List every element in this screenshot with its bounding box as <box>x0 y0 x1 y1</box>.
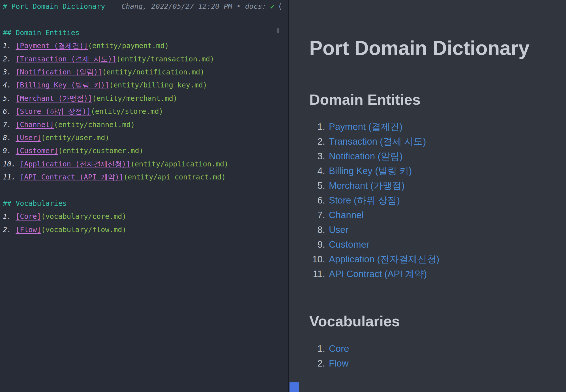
markdown-editor-pane[interactable]: # Port Domain DictionaryChang, 2022/05/2… <box>0 0 289 392</box>
entity-link[interactable]: Transaction (결제 시도) <box>329 134 426 149</box>
markdown-url: (entity/channel.md) <box>54 121 135 129</box>
list-number: 6. <box>309 193 325 208</box>
vocabulary-link[interactable]: Flow <box>329 356 349 371</box>
markdown-link[interactable]: [Customer] <box>16 147 58 155</box>
markdown-list-line: 3.[Notification (알림)](entity/notificatio… <box>3 66 288 79</box>
list-number: 9. <box>309 237 325 252</box>
preview-list-item: 3. Notification (알림) <box>309 149 558 164</box>
markdown-url: (entity/merchant.md) <box>92 94 177 102</box>
markdown-link[interactable]: [Channel] <box>16 121 54 129</box>
markdown-list-line: 9.[Customer](entity/customer.md) <box>3 144 288 157</box>
preview-list-item: 7. Channel <box>309 208 558 222</box>
list-marker: 1. <box>3 42 11 50</box>
markdown-url: (vocabulary/flow.md) <box>41 226 126 234</box>
preview-heading-vocabularies: Vocabularies <box>309 313 558 330</box>
author-timestamp: Chang, 2022/05/27 12:20 PM • docs: <box>121 2 266 10</box>
markdown-list-line: 2.[Transaction (결제 시도)](entity/transacti… <box>3 53 288 66</box>
preview-title: Port Domain Dictionary <box>309 0 558 60</box>
preview-list-item: 4. Billing Key (빌링 키) <box>309 164 558 178</box>
entity-link[interactable]: Channel <box>329 208 364 222</box>
markdown-h1-source: # Port Domain Dictionary <box>3 2 105 10</box>
clipped-text: ( <box>278 2 282 10</box>
preview-list-item: 2. Transaction (결제 시도) <box>309 134 558 149</box>
markdown-url: (entity/transaction.md) <box>116 55 214 63</box>
list-number: 5. <box>309 178 325 193</box>
markdown-h2-source: ## Vocabularies <box>3 199 67 207</box>
markdown-url: (entity/application.md) <box>130 160 228 168</box>
scrollbar-thumb[interactable] <box>277 28 279 33</box>
markdown-url: (entity/billing_key.md) <box>109 81 207 89</box>
blank-line <box>3 13 288 26</box>
preview-list-item: 11. API Contract (API 계약) <box>309 267 558 281</box>
entity-link[interactable]: API Contract (API 계약) <box>329 267 427 281</box>
entity-link[interactable]: Store (하위 상점) <box>329 193 400 208</box>
markdown-link[interactable]: [Store (하위 상점)] <box>16 107 91 115</box>
markdown-link[interactable]: [Application (전자결제신청)] <box>20 160 130 168</box>
markdown-list-line: 8.[User](entity/user.md) <box>3 131 288 144</box>
markdown-link[interactable]: [Flow] <box>16 226 41 234</box>
markdown-vocab-list: 1.[Core](vocabulary/core.md) 2.[Flow](vo… <box>3 210 288 236</box>
list-number: 8. <box>309 222 325 237</box>
markdown-list-line: 6.[Store (하위 상점)](entity/store.md) <box>3 105 288 118</box>
list-number: 2. <box>309 134 325 149</box>
markdown-url: (vocabulary/core.md) <box>41 212 126 220</box>
vocabulary-link[interactable]: Core <box>329 341 349 356</box>
list-marker: 2. <box>3 55 11 63</box>
preview-list-item: 10. Application (전자결제신청) <box>309 252 558 267</box>
list-number: 11. <box>309 267 325 281</box>
preview-list-item: 5. Merchant (가맹점) <box>309 178 558 193</box>
preview-content: Port Domain Dictionary Domain Entities 1… <box>290 0 566 371</box>
list-marker: 9. <box>3 147 11 155</box>
list-marker: 10. <box>3 160 16 168</box>
preview-list-item: 9. Customer <box>309 237 558 252</box>
entity-link[interactable]: Application (전자결제신청) <box>329 252 439 267</box>
markdown-link[interactable]: [User] <box>16 134 41 142</box>
markdown-link[interactable]: [Core] <box>16 212 41 220</box>
markdown-list-line: 2.[Flow](vocabulary/flow.md) <box>3 223 288 236</box>
markdown-url: (entity/customer.md) <box>58 147 143 155</box>
entity-link[interactable]: User <box>329 222 349 237</box>
list-marker: 3. <box>3 68 11 76</box>
markdown-url: (entity/payment.md) <box>88 42 169 50</box>
editor-heading-line-vocabularies: ## Vocabularies <box>3 197 288 210</box>
entity-link[interactable]: Merchant (가맹점) <box>329 178 405 193</box>
markdown-entity-list: 1.[Payment (결제건)](entity/payment.md) 2.[… <box>3 39 288 184</box>
scroll-sync-indicator[interactable] <box>290 382 299 392</box>
markdown-link[interactable]: [Merchant (가맹점)] <box>16 94 92 102</box>
markdown-preview-pane: Port Domain Dictionary Domain Entities 1… <box>290 0 566 392</box>
list-marker: 8. <box>3 134 11 142</box>
markdown-list-line: 1.[Core](vocabulary/core.md) <box>3 210 288 223</box>
markdown-url: (entity/user.md) <box>41 134 109 142</box>
markdown-list-line: 11.[API Contract (API 계약)](entity/api_co… <box>3 171 288 184</box>
markdown-list-line: 10.[Application (전자결제신청)](entity/applica… <box>3 158 288 171</box>
list-marker: 5. <box>3 94 11 102</box>
preview-vocab-list: 1. Core 2. Flow <box>309 341 558 371</box>
markdown-url: (entity/notification.md) <box>102 68 204 76</box>
markdown-link[interactable]: [Transaction (결제 시도)] <box>16 55 116 63</box>
preview-entity-list: 1. Payment (결제건) 2. Transaction (결제 시도) … <box>309 119 558 281</box>
preview-heading-domain-entities: Domain Entities <box>309 91 558 108</box>
markdown-link[interactable]: [Billing Key (빌링 키)] <box>16 81 109 89</box>
preview-list-item: 1. Payment (결제건) <box>309 119 558 134</box>
list-number: 10. <box>309 252 325 267</box>
list-marker: 7. <box>3 121 11 129</box>
markdown-h2-source: ## Domain Entities <box>3 29 80 37</box>
markdown-link[interactable]: [Payment (결제건)] <box>16 42 88 50</box>
entity-link[interactable]: Billing Key (빌링 키) <box>329 164 412 178</box>
list-marker: 4. <box>3 81 11 89</box>
list-number: 3. <box>309 149 325 164</box>
list-number: 4. <box>309 164 325 178</box>
markdown-link[interactable]: [API Contract (API 계약)] <box>20 173 123 181</box>
entity-link[interactable]: Payment (결제건) <box>329 119 402 134</box>
list-marker: 6. <box>3 107 11 115</box>
entity-link[interactable]: Notification (알림) <box>329 149 402 164</box>
markdown-link[interactable]: [Notification (알림)] <box>16 68 102 76</box>
list-marker: 2. <box>3 226 11 234</box>
preview-list-item: 8. User <box>309 222 558 237</box>
markdown-list-line: 7.[Channel](entity/channel.md) <box>3 118 288 131</box>
list-number: 1. <box>309 341 325 356</box>
list-marker: 11. <box>3 173 16 181</box>
entity-link[interactable]: Customer <box>329 237 369 252</box>
preview-list-item: 6. Store (하위 상점) <box>309 193 558 208</box>
editor-heading-line-domain-entities: ## Domain Entities <box>3 26 288 39</box>
